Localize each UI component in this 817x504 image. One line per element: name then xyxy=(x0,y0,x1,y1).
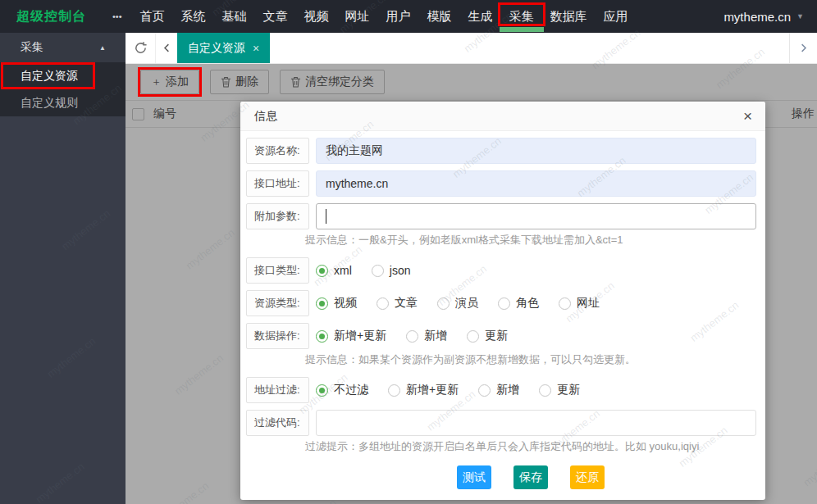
sidebar-group-label: 采集 xyxy=(21,40,43,55)
radio-icon xyxy=(539,384,551,397)
field-row-api: 接口地址: xyxy=(246,170,756,197)
nav-item-app[interactable]: 应用 xyxy=(604,0,628,33)
dialog-footer: 测试 保存 还原 xyxy=(305,465,756,489)
field-row-api-type: 接口类型: xml json xyxy=(246,257,756,284)
field-row-filter-code: 过滤代码: xyxy=(246,410,756,436)
resource-name-input[interactable] xyxy=(316,138,756,164)
nav-item-generate[interactable]: 生成 xyxy=(468,0,493,33)
nav-item-system[interactable]: 系统 xyxy=(181,0,206,33)
radio-icon xyxy=(437,297,450,310)
nav-item-base[interactable]: 基础 xyxy=(222,0,247,33)
radio-option-add-update[interactable]: 新增+更新 xyxy=(388,383,459,397)
field-label: 过滤代码: xyxy=(246,410,309,436)
field-label: 地址过滤: xyxy=(246,377,309,403)
radio-option-add[interactable]: 新增 xyxy=(478,383,519,397)
radio-option-no-filter[interactable]: 不过滤 xyxy=(316,383,368,397)
radio-option-role[interactable]: 角色 xyxy=(498,296,539,311)
extra-params-input[interactable] xyxy=(316,203,756,229)
radio-option-add-update[interactable]: 新增+更新 xyxy=(316,329,386,343)
input-wrap xyxy=(316,138,756,164)
radio-option-label: 演员 xyxy=(455,296,478,311)
radio-icon xyxy=(467,330,479,343)
tab-label: 自定义资源 xyxy=(188,41,245,56)
radio-option-update[interactable]: 更新 xyxy=(467,329,508,343)
radio-icon xyxy=(372,265,384,277)
refresh-button[interactable] xyxy=(126,33,156,63)
tab-scroll-right-button[interactable] xyxy=(789,33,817,63)
tab-custom-resource[interactable]: 自定义资源 × xyxy=(177,33,270,63)
add-button[interactable]: ＋ 添加 xyxy=(140,70,199,94)
api-url-input[interactable] xyxy=(316,170,756,197)
app-logo[interactable]: 超级控制台 xyxy=(16,8,86,25)
annotation-red-box-sidebar xyxy=(1,62,95,89)
chevron-up-icon: ▲ xyxy=(99,44,106,52)
user-menu[interactable]: mytheme.cn ▼ xyxy=(723,10,804,24)
radio-option-label: 新增+更新 xyxy=(406,383,459,397)
nav-item-site[interactable]: 网址 xyxy=(345,0,370,33)
radio-option-label: json xyxy=(390,264,411,277)
sidebar-item-custom-resource[interactable]: 自定义资源 xyxy=(0,62,126,89)
chevron-left-icon xyxy=(161,42,173,54)
hint-filter: 过滤提示：多组地址的资源开启白名单后只会入库指定代码的地址。比如 youku,i… xyxy=(305,439,756,454)
radio-option-add[interactable]: 新增 xyxy=(406,329,447,343)
radio-option-label: 更新 xyxy=(557,383,580,397)
input-wrap xyxy=(316,410,756,436)
user-name: mytheme.cn xyxy=(723,10,791,24)
save-button[interactable]: 保存 xyxy=(513,465,548,489)
nav-item-video[interactable]: 视频 xyxy=(304,0,329,33)
radio-option-label: 新增+更新 xyxy=(334,329,386,343)
nav-item-user[interactable]: 用户 xyxy=(386,0,411,33)
dialog-header: 信息 × xyxy=(240,102,765,131)
radio-icon xyxy=(316,297,328,310)
chevron-down-icon: ▼ xyxy=(796,12,804,20)
radio-group-addr-filter: 不过滤 新增+更新 新增 更新 xyxy=(316,377,580,403)
sidebar-item-label: 自定义规则 xyxy=(21,96,78,111)
input-wrap xyxy=(316,203,756,229)
field-row-params: 附加参数: xyxy=(246,203,756,229)
radio-group-res-type: 视频 文章 演员 角色 网址 xyxy=(316,290,600,316)
radio-option-video[interactable]: 视频 xyxy=(316,296,357,311)
field-row-addr-filter: 地址过滤: 不过滤 新增+更新 新增 更新 xyxy=(246,377,756,403)
nav-item-home[interactable]: 首页 xyxy=(140,0,165,33)
field-row-data-op: 数据操作: 新增+更新 新增 更新 xyxy=(246,323,756,349)
test-button[interactable]: 测试 xyxy=(457,465,491,489)
radio-option-xml[interactable]: xml xyxy=(316,264,352,277)
nav-item-template[interactable]: 模版 xyxy=(427,0,452,33)
field-row-name: 资源名称: xyxy=(246,138,756,164)
field-label: 数据操作: xyxy=(246,323,309,349)
restore-button[interactable]: 还原 xyxy=(570,465,605,489)
radio-group-data-op: 新增+更新 新增 更新 xyxy=(316,323,508,349)
radio-icon xyxy=(316,384,328,397)
field-label: 接口地址: xyxy=(246,170,309,197)
radio-icon xyxy=(388,384,400,397)
radio-option-label: 不过滤 xyxy=(334,383,368,397)
radio-option-website[interactable]: 网址 xyxy=(559,296,600,311)
radio-option-label: 视频 xyxy=(334,296,357,311)
filter-code-input[interactable] xyxy=(316,410,756,436)
sidebar-item-custom-rule[interactable]: 自定义规则 xyxy=(0,89,126,116)
radio-icon xyxy=(559,297,571,310)
radio-option-actor[interactable]: 演员 xyxy=(437,296,478,311)
sidebar-group-collect[interactable]: 采集 ▲ xyxy=(0,33,126,62)
annotation-red-box-nav xyxy=(498,2,545,26)
refresh-icon xyxy=(134,41,148,55)
tab-scroll-left-button[interactable] xyxy=(156,33,177,63)
dialog-title: 信息 xyxy=(254,109,277,124)
tab-close-icon[interactable]: × xyxy=(253,42,259,55)
close-icon[interactable]: × xyxy=(740,107,755,126)
nav-item-database[interactable]: 数据库 xyxy=(550,0,587,33)
more-menu-icon[interactable]: ••• xyxy=(112,11,122,21)
radio-option-label: 新增 xyxy=(496,383,519,397)
nav-item-article[interactable]: 文章 xyxy=(263,0,288,33)
annotation-red-box-add xyxy=(138,67,202,97)
nav-item-collect[interactable]: 采集 xyxy=(509,0,534,33)
radio-option-update[interactable]: 更新 xyxy=(539,383,580,397)
radio-option-article[interactable]: 文章 xyxy=(377,296,418,311)
main-nav: 首页 系统 基础 文章 视频 网址 用户 模版 生成 采集 数据库 应用 xyxy=(140,0,628,33)
radio-icon xyxy=(478,384,491,397)
radio-option-label: 文章 xyxy=(395,296,418,311)
top-navbar: 超级控制台 ••• 首页 系统 基础 文章 视频 网址 用户 模版 生成 采集 … xyxy=(0,0,817,33)
radio-option-json[interactable]: json xyxy=(372,264,411,277)
text-cursor xyxy=(326,209,326,224)
radio-option-label: xml xyxy=(334,264,352,277)
